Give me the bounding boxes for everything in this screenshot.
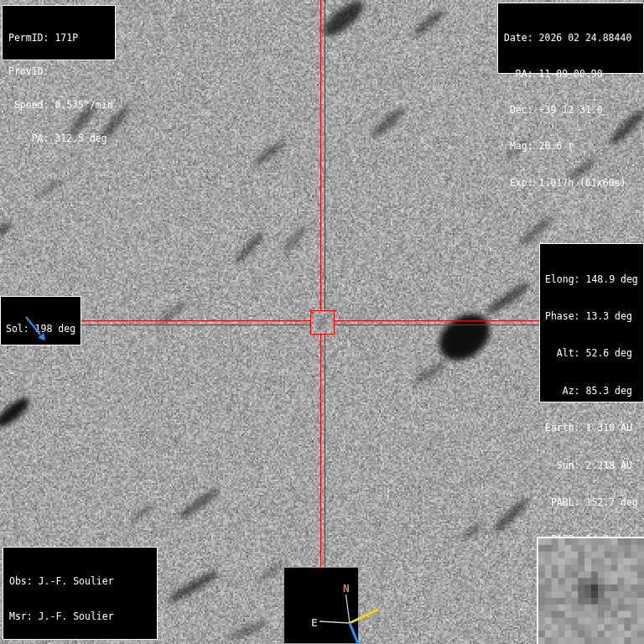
sun-dist-value: Sun: 2.218 AU bbox=[545, 460, 638, 472]
measurer-name: Msr: J.-F. Soulier bbox=[9, 610, 151, 622]
pa-value: PA: 312.5 deg bbox=[8, 133, 109, 144]
elong-value: Elong: 148.9 deg bbox=[545, 273, 638, 286]
target-marker-box bbox=[310, 310, 335, 335]
exp-value: Exp: 1.017h (61x60s) bbox=[504, 177, 637, 189]
compass-north-label: N bbox=[343, 582, 350, 595]
az-value: Az: 85.3 deg bbox=[545, 385, 638, 397]
date-value: Date: 2026 02 24.88440 bbox=[504, 32, 637, 44]
compass-panel: N E bbox=[283, 567, 359, 644]
earth-dist-value: Earth: 1.310 AU bbox=[545, 422, 638, 434]
observer-panel: Obs: J.-F. Soulier Msr: J.-F. Soulier St… bbox=[3, 547, 158, 640]
pabl-value: PABL: 152.7 deg bbox=[545, 496, 638, 509]
ephemeris-panel: Date: 2026 02 24.88440 RA: 11 09 00.90 D… bbox=[497, 3, 644, 74]
target-zoom-pixels bbox=[538, 538, 644, 644]
speed-value: Speed: 0.575"/min bbox=[8, 100, 109, 111]
ra-value: RA: 11 09 00.90 bbox=[504, 68, 637, 80]
perm-id: PermID: 171P bbox=[8, 33, 109, 44]
object-info-panel: PermID: 171P ProvID: Speed: 0.575"/min P… bbox=[2, 5, 116, 60]
observer-name: Obs: J.-F. Soulier bbox=[9, 575, 151, 587]
target-zoom-inset bbox=[537, 537, 644, 644]
crosshair-vertical-top bbox=[320, 0, 325, 311]
alt-value: Alt: 52.6 deg bbox=[545, 347, 638, 360]
dec-value: Dec: +39 12 31.0 bbox=[504, 104, 637, 116]
sun-direction-arrow-icon bbox=[1, 310, 80, 345]
mag-value: Mag: 20.6 r bbox=[504, 140, 637, 152]
compass-east-label: E bbox=[311, 616, 318, 629]
phase-value: Phase: 13.3 deg bbox=[545, 310, 638, 323]
compass-blue-vector bbox=[350, 623, 361, 644]
compass-yellow-vector bbox=[350, 610, 378, 624]
geometry-panel: Elong: 148.9 deg Phase: 13.3 deg Alt: 52… bbox=[539, 243, 644, 402]
sun-direction-panel: Sol: 198 deg bbox=[0, 296, 81, 345]
compass-rose-icon: N E bbox=[308, 579, 382, 644]
astrometry-viewer: PermID: 171P ProvID: Speed: 0.575"/min P… bbox=[0, 0, 644, 644]
prov-id: ProvID: bbox=[8, 66, 109, 77]
